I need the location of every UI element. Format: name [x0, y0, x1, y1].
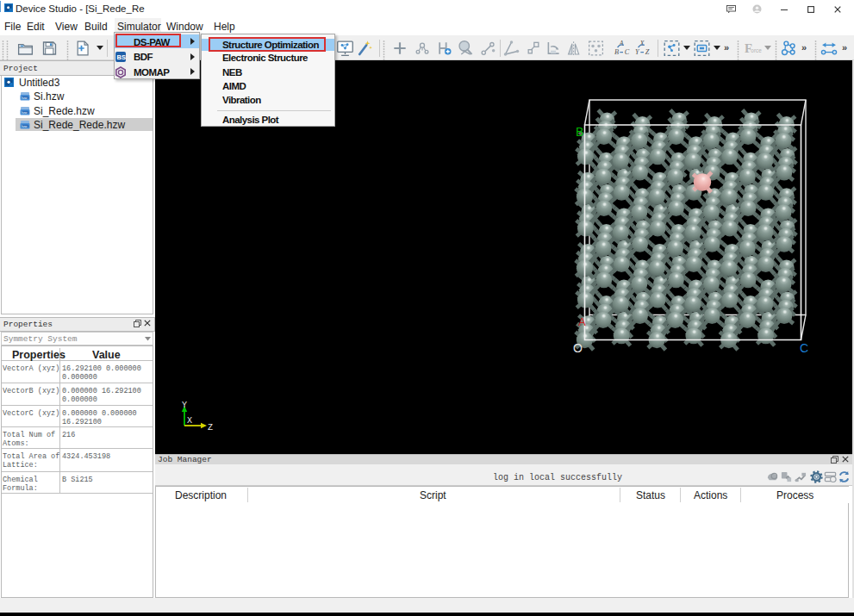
svg-text:Y: Y [635, 48, 640, 56]
svg-text:O: O [573, 341, 583, 355]
svg-text:hzw: hzw [22, 125, 28, 128]
svg-text:C: C [625, 48, 630, 56]
svg-text:X: X [639, 40, 645, 47]
svg-text:Z: Z [645, 48, 650, 56]
svg-text:hzw: hzw [22, 96, 28, 100]
svg-text:B: B [614, 48, 619, 56]
svg-text:Z: Z [208, 423, 213, 432]
svg-text:Y: Y [182, 401, 187, 410]
svg-text:BS: BS [117, 53, 126, 61]
svg-text:B: B [576, 125, 583, 139]
svg-text:orce: orce [751, 47, 762, 53]
svg-text:hzw: hzw [22, 111, 28, 115]
svg-text:C: C [800, 341, 808, 355]
svg-text:A: A [578, 315, 586, 328]
svg-text:X: X [187, 416, 192, 426]
svg-text:A: A [618, 40, 624, 47]
